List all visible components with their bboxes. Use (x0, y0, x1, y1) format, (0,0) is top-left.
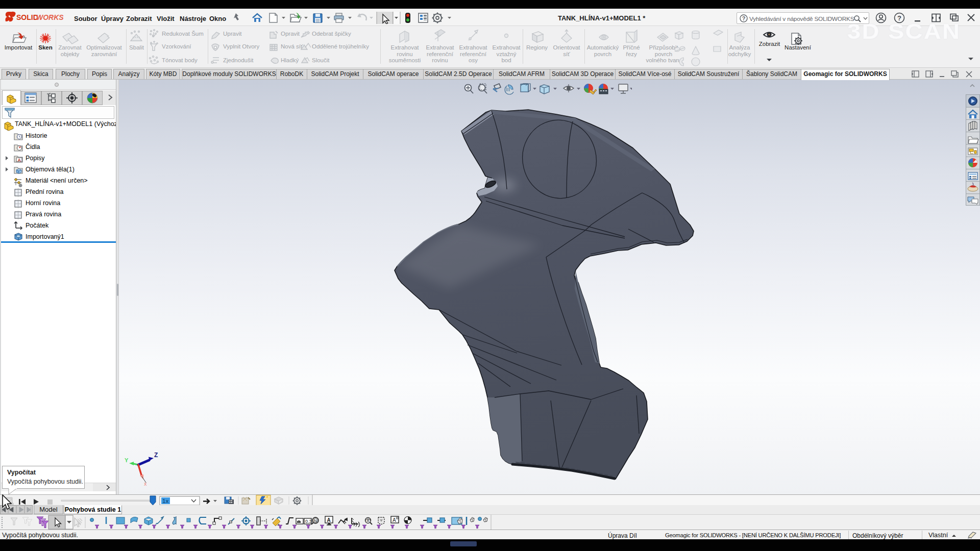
svg-text:A: A (393, 517, 396, 523)
svg-text:x: x (144, 481, 147, 487)
svg-text:?: ? (742, 15, 746, 21)
svg-text:A: A (18, 158, 21, 163)
svg-text:0.3: 0.3 (305, 519, 312, 524)
svg-text:Z: Z (154, 452, 158, 459)
svg-text:A°: A° (367, 518, 371, 523)
svg-text:WORKS: WORKS (36, 13, 64, 21)
svg-text:SOLID: SOLID (16, 13, 38, 21)
svg-text:N: N (314, 518, 317, 523)
svg-text:A: A (327, 517, 331, 523)
svg-text:1x: 1x (162, 498, 168, 504)
svg-text:Y: Y (125, 457, 129, 463)
